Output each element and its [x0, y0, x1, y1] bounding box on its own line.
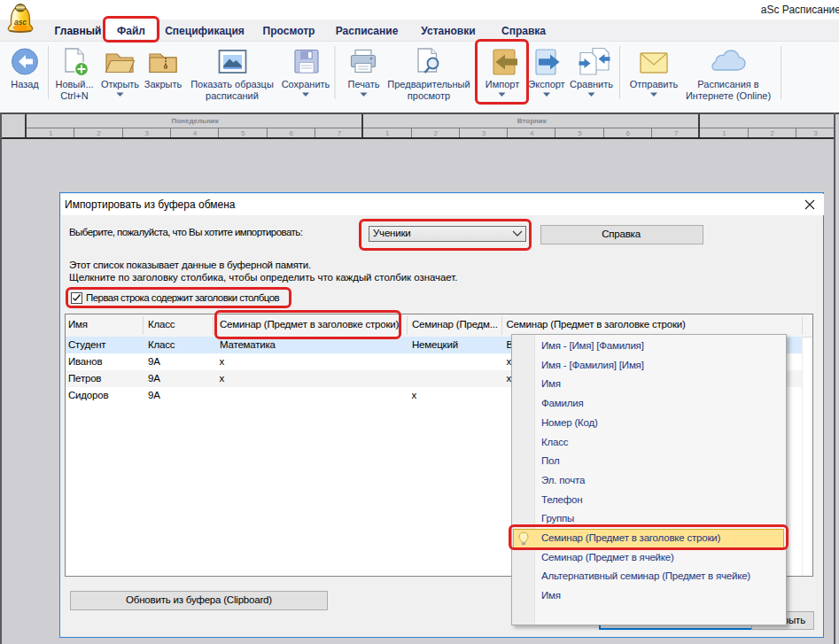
svg-text:asc: asc: [14, 18, 27, 27]
